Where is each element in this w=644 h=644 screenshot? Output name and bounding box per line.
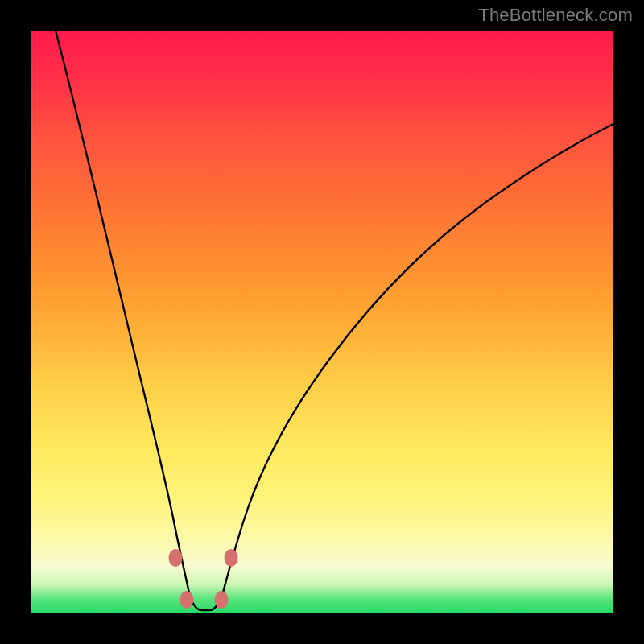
curve-marker — [225, 549, 238, 567]
chart-frame: TheBottleneck.com — [0, 0, 644, 644]
curve-marker — [215, 591, 229, 609]
curve-marker — [180, 591, 194, 609]
plot-area — [31, 31, 613, 613]
curve-layer — [31, 31, 613, 613]
curve-marker — [169, 549, 183, 567]
bottleneck-curve-path — [56, 31, 613, 610]
watermark-text: TheBottleneck.com — [478, 5, 633, 26]
